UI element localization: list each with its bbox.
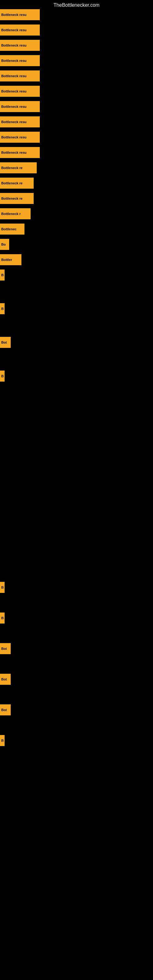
bottleneck-bar-4[interactable]: Bottleneck resu: [0, 55, 40, 66]
bottleneck-label-14: Bottleneck r: [1, 212, 21, 216]
bottleneck-bar-1[interactable]: Bottleneck resu: [0, 9, 40, 20]
bottleneck-label-11: Bottleneck re: [1, 166, 22, 170]
bottleneck-label-13: Bottleneck re: [1, 197, 22, 200]
bottleneck-bar-22[interactable]: B: [0, 582, 5, 593]
bottleneck-label-3: Bottleneck resu: [1, 43, 27, 47]
bottleneck-bar-13[interactable]: Bottleneck re: [0, 193, 33, 204]
bottleneck-bar-25[interactable]: Bot: [0, 674, 11, 685]
bottleneck-bar-11[interactable]: Bottleneck re: [0, 162, 37, 173]
bottleneck-label-24: Bot: [1, 647, 7, 651]
bottleneck-bar-23[interactable]: B: [0, 612, 5, 624]
bottleneck-label-21: B: [1, 374, 4, 378]
bottleneck-bar-20[interactable]: Bot: [0, 337, 11, 348]
bottleneck-bar-19[interactable]: B: [0, 303, 5, 314]
bottleneck-label-23: B: [1, 616, 4, 620]
bottleneck-label-8: Bottleneck resu: [1, 120, 27, 124]
bottleneck-label-27: B: [1, 739, 4, 742]
bottleneck-bar-18[interactable]: B: [0, 269, 5, 280]
bottleneck-label-5: Bottleneck resu: [1, 74, 27, 78]
bottleneck-bar-5[interactable]: Bottleneck resu: [0, 70, 40, 81]
bottleneck-label-4: Bottleneck resu: [1, 59, 27, 62]
bottleneck-bar-15[interactable]: Bottlenec: [0, 224, 24, 235]
bottleneck-label-15: Bottlenec: [1, 227, 16, 231]
site-title: TheBottlenecker.com: [0, 0, 153, 10]
bottleneck-label-18: B: [1, 273, 4, 277]
bottleneck-bar-9[interactable]: Bottleneck resu: [0, 132, 40, 143]
bottleneck-label-16: Bo: [1, 243, 6, 246]
bottleneck-bar-26[interactable]: Bot: [0, 705, 11, 715]
bottleneck-label-7: Bottleneck resu: [1, 105, 27, 108]
bottleneck-bar-10[interactable]: Bottleneck resu: [0, 147, 40, 158]
bottleneck-label-6: Bottleneck resu: [1, 89, 27, 93]
bottleneck-label-1: Bottleneck resu: [1, 13, 27, 16]
bottleneck-bar-14[interactable]: Bottleneck r: [0, 208, 30, 219]
bottleneck-bar-2[interactable]: Bottleneck resu: [0, 24, 40, 35]
bottleneck-label-2: Bottleneck resu: [1, 28, 27, 32]
bottleneck-label-26: Bot: [1, 708, 7, 712]
bottleneck-bar-3[interactable]: Bottleneck resu: [0, 40, 40, 51]
bottleneck-bar-24[interactable]: Bot: [0, 643, 11, 654]
bottleneck-bar-17[interactable]: Bottler: [0, 254, 21, 265]
bottleneck-bar-6[interactable]: Bottleneck resu: [0, 86, 40, 97]
bottleneck-bar-12[interactable]: Bottleneck re: [0, 178, 33, 189]
bottleneck-label-19: B: [1, 307, 4, 310]
bottleneck-label-22: B: [1, 585, 4, 589]
bottleneck-label-10: Bottleneck resu: [1, 151, 27, 154]
bottleneck-label-25: Bot: [1, 678, 7, 681]
bottleneck-label-12: Bottleneck re: [1, 181, 22, 185]
bottleneck-bar-7[interactable]: Bottleneck resu: [0, 101, 40, 112]
bottleneck-bar-27[interactable]: B: [0, 735, 5, 746]
bottleneck-bar-8[interactable]: Bottleneck resu: [0, 116, 40, 127]
bottleneck-label-17: Bottler: [1, 258, 12, 261]
bottleneck-label-20: Bot: [1, 340, 7, 344]
bottleneck-bar-21[interactable]: B: [0, 371, 5, 382]
bottleneck-label-9: Bottleneck resu: [1, 135, 27, 139]
bottleneck-bar-16[interactable]: Bo: [0, 239, 9, 250]
